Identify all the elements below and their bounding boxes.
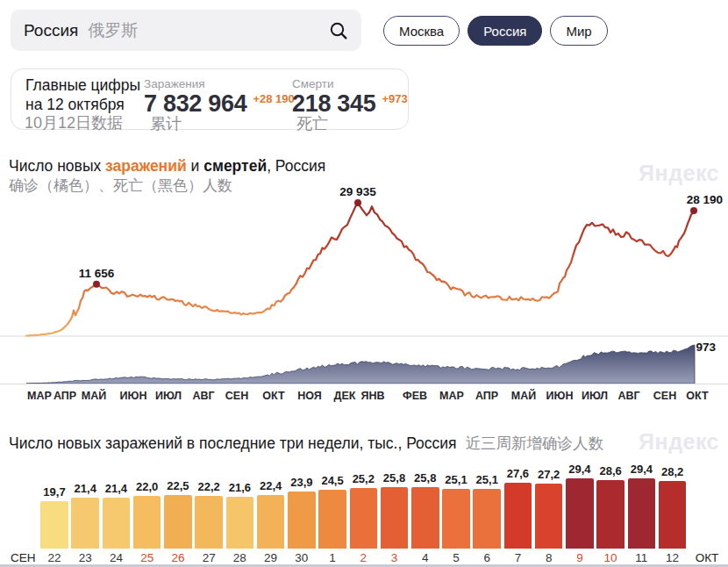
peak-dot <box>354 199 361 206</box>
month-tick-label: ФЕВ <box>403 390 427 402</box>
month-tick-label: АВГ <box>192 390 214 402</box>
month-tick-label: ОКТ <box>262 390 284 402</box>
month-tick-label: СЕН <box>225 390 248 402</box>
bar-day-1[interactable] <box>318 490 346 549</box>
peak-value-label: 11 656 <box>79 267 115 280</box>
deaths-end-value-label: 973 <box>696 341 716 354</box>
month-tick-label: МАР <box>439 390 464 402</box>
bar-day-27[interactable] <box>195 496 223 549</box>
bar-day-10[interactable] <box>596 480 625 549</box>
bar-day-30[interactable] <box>288 492 316 549</box>
day-tick-label: 12 <box>653 551 692 564</box>
tab-world[interactable]: Мир <box>550 16 607 46</box>
title-segment: , Россия <box>267 157 325 175</box>
yandex-logo-2: Яндекс <box>639 429 719 455</box>
bar-day-9[interactable] <box>566 478 594 549</box>
cases-line-chart[interactable] <box>0 184 728 338</box>
stat-cases-label: Заражения <box>144 77 205 90</box>
search-icon[interactable] <box>329 21 348 40</box>
month-tick-label: ОКТ <box>686 390 708 402</box>
bar-day-29[interactable] <box>257 495 285 549</box>
month-tick-label: ИЮЛ <box>155 390 182 402</box>
search-input[interactable]: Россия 俄罗斯 <box>11 10 361 51</box>
bar-day-22[interactable] <box>40 501 68 549</box>
month-tick-label: АПР <box>54 390 76 402</box>
month-tick-label: МАЙ <box>82 390 106 402</box>
tab-russia[interactable]: Россия <box>467 16 542 46</box>
month-tick-label: ЯНВ <box>360 390 384 402</box>
bar-day-8[interactable] <box>535 484 563 549</box>
bar-day-25[interactable] <box>133 496 161 549</box>
month-tick-label: НОЯ <box>297 390 322 402</box>
month-tick-label: ИЮН <box>120 390 147 402</box>
bar-day-28[interactable] <box>226 497 254 549</box>
month-tick-label: ИЮЛ <box>582 390 608 402</box>
region-tabs: МоскваРоссияМир <box>383 16 608 46</box>
search-query-annotation-zh: 俄罗斯 <box>88 19 138 42</box>
bar-day-3[interactable] <box>381 487 409 549</box>
stats-title-line2: на 12 октября <box>25 96 125 114</box>
month-tick-label: ДЕК <box>334 390 356 402</box>
month-tick-label: МАР <box>27 390 52 402</box>
month-tick-label: ИЮН <box>546 390 574 402</box>
covid-stats-page: Россия 俄罗斯 МоскваРоссияМир Главные цифры… <box>0 0 728 567</box>
line-chart-title: Число новых заражений и смертей, Россия <box>9 157 325 176</box>
yandex-logo: Яндекс <box>639 161 719 186</box>
bar-day-5[interactable] <box>442 489 470 549</box>
stat-deaths-annotation-zh: 死亡 <box>296 113 328 134</box>
bar-day-24[interactable] <box>103 498 131 549</box>
stats-title-annotation-zh: 10月12日数据 <box>25 112 123 133</box>
cases-peak-dots <box>93 199 697 288</box>
bar-axis-month-left: СЕН <box>11 551 36 564</box>
bar-day-23[interactable] <box>71 498 99 549</box>
title-segment: Число новых <box>9 157 105 175</box>
bar-day-6[interactable] <box>473 489 501 549</box>
month-tick-label: АВГ <box>617 390 639 402</box>
stat-deaths-delta: +973 <box>382 92 408 105</box>
tab-moscow[interactable]: Москва <box>383 16 460 46</box>
peak-value-label: 28 190 <box>687 193 723 206</box>
stat-cases-annotation-zh: 累计 <box>150 113 182 134</box>
month-tick-label: МАЙ <box>511 390 536 402</box>
bar-value-label: 28,2 <box>653 465 692 478</box>
stat-cases-delta: +28 190 <box>253 92 294 105</box>
peak-dot <box>690 207 697 214</box>
peak-dot <box>93 281 100 288</box>
stat-deaths-label: Смерти <box>292 77 333 90</box>
cases-series-line <box>26 203 695 336</box>
deaths-series-area <box>26 345 695 384</box>
bar-axis-month-right: ОКТ <box>696 551 719 564</box>
bar-day-2[interactable] <box>350 488 378 549</box>
bar-day-4[interactable] <box>411 487 439 549</box>
bar-day-12[interactable] <box>659 481 687 549</box>
stats-card: Главные цифры на 12 октября 10月12日数据 Зар… <box>11 68 409 130</box>
stats-title-line1: Главные цифры <box>25 76 140 95</box>
bar-day-7[interactable] <box>504 483 532 549</box>
bar-day-11[interactable] <box>628 478 656 549</box>
title-segment: и <box>187 157 204 175</box>
title-segment: заражений <box>105 157 187 175</box>
bar-chart-title: Число новых заражений в последние три не… <box>9 433 603 454</box>
peak-value-label: 29 935 <box>339 185 375 198</box>
title-segment: смертей <box>203 157 267 175</box>
search-query-text: Россия <box>24 21 78 40</box>
month-tick-label: АПР <box>475 390 498 402</box>
bar-day-26[interactable] <box>164 495 192 549</box>
deaths-area-chart[interactable] <box>0 341 728 385</box>
month-tick-label: СЕН <box>653 390 676 402</box>
